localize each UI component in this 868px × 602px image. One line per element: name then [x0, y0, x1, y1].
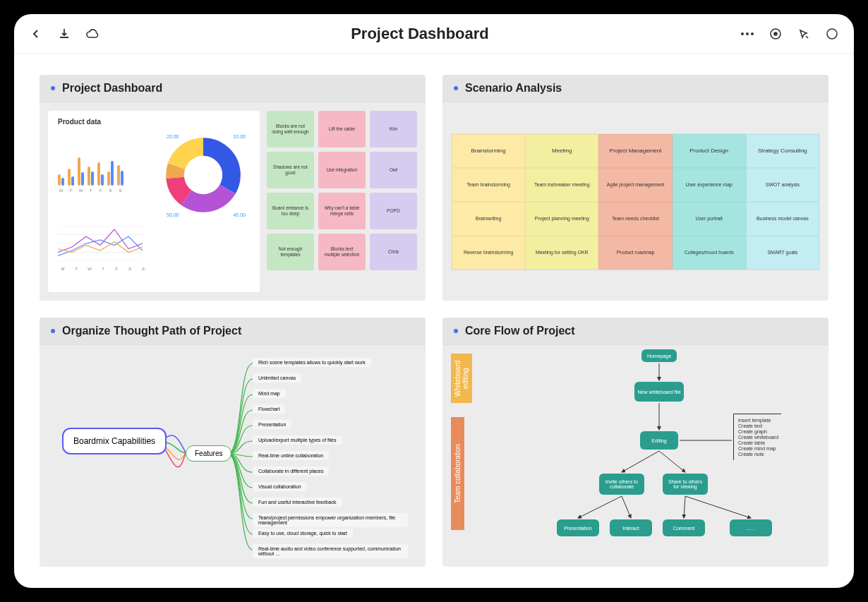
panel-title: Organize Thought Path of Project — [62, 325, 241, 337]
sticky-note[interactable]: Shadows are not good — [267, 152, 314, 188]
scenario-cell[interactable]: Brainwriting — [452, 202, 525, 236]
mindmap-leaf[interactable]: Flowchart — [253, 404, 285, 414]
more-icon[interactable] — [740, 26, 755, 42]
flow-node[interactable]: …… — [730, 519, 772, 536]
sticky-note[interactable]: Blocks are not doing well enough — [267, 111, 314, 148]
scenario-header[interactable]: Product Design — [673, 134, 746, 168]
donut-chart: 20.00 10.00 50.00 40.00 — [161, 133, 246, 217]
mindmap-leaf[interactable]: Fun and useful interactive feedback — [253, 498, 342, 507]
panel-flow[interactable]: Core Flow of Project Whiteboard editing … — [442, 318, 828, 567]
mindmap-leaf[interactable]: Real-time online collaboration — [253, 451, 329, 460]
mindmap-leaf[interactable]: Real-time audio and video conference sup… — [253, 544, 408, 558]
lane-label-2: Team collaboration — [451, 417, 464, 530]
svg-point-5 — [827, 29, 837, 39]
panel-title: Project Dashboard — [62, 82, 162, 95]
scenario-cell[interactable]: Team needs checklist — [598, 202, 672, 236]
sticky-note[interactable]: Kim — [370, 111, 417, 148]
scenario-header[interactable]: Strategy Consulting — [746, 134, 819, 168]
cursor-click-icon[interactable] — [796, 26, 812, 42]
scenario-cell[interactable]: Colleges/mood boards — [673, 236, 746, 270]
panel-mindmap[interactable]: Organize Thought Path of Project Boardmi… — [40, 318, 426, 567]
sticky-note[interactable]: Why can't a table merge cells — [318, 193, 366, 229]
sticky-note[interactable]: Chris — [370, 234, 417, 270]
donut-bl: 50.00 — [167, 212, 179, 217]
app-window: Project Dashboard Project Dashboard — [14, 14, 854, 588]
panel-title: Core Flow of Project — [465, 325, 575, 337]
scenario-cell[interactable]: User experience map — [673, 168, 746, 202]
flow-list-item: Create text — [738, 423, 778, 428]
scenario-cell[interactable]: Meeting for setting OKR — [525, 236, 598, 270]
chat-icon[interactable] — [824, 26, 840, 42]
product-data-label: Product data — [58, 118, 250, 126]
sticky-note[interactable]: Use integration — [318, 152, 366, 188]
sticky-note[interactable]: Board entrance is too deep — [267, 193, 314, 229]
svg-line-25 — [684, 496, 685, 518]
svg-line-21 — [622, 451, 659, 472]
scenario-cell[interactable]: User portrait — [673, 202, 746, 236]
flow-node[interactable]: Invite others to collaborate — [599, 474, 644, 495]
svg-point-0 — [741, 32, 744, 35]
sticky-note[interactable]: Blocks text multiple selection — [318, 234, 366, 270]
mindmap-hub[interactable]: Features — [186, 445, 231, 462]
record-icon[interactable] — [768, 26, 783, 42]
download-icon[interactable] — [56, 26, 72, 42]
flow-node[interactable]: Presentation — [557, 519, 599, 536]
scenario-cell[interactable]: Business model canvas — [746, 202, 819, 236]
svg-line-22 — [659, 451, 685, 472]
sticky-note[interactable]: Owl — [370, 152, 417, 188]
scenario-cell[interactable]: Product roadmap — [598, 236, 672, 270]
mindmap-leaf[interactable]: Easy to use, cloud storage, quick to sta… — [253, 529, 353, 538]
bar-chart: MTWTFSS — [58, 157, 154, 193]
panel-header: Project Dashboard — [40, 75, 426, 102]
flow-node[interactable]: Editing — [640, 431, 678, 450]
scenario-header[interactable]: Brainstorming — [452, 134, 525, 168]
mindmap-leaf[interactable]: Visual collaboration — [253, 482, 307, 491]
scenario-header[interactable]: Meeting — [525, 134, 598, 168]
flow-node[interactable]: Homepage — [641, 349, 677, 362]
donut-br: 40.00 — [233, 212, 246, 217]
sticky-note[interactable]: Lift the cable — [318, 111, 366, 148]
scenario-cell[interactable]: SMART goals — [746, 236, 819, 270]
panel-scenario[interactable]: Scenario Analysis BrainstormingMeetingPr… — [442, 75, 828, 301]
flow-list-item: Create graph — [738, 429, 778, 434]
scenario-cell[interactable]: Team icebreaker meeting — [525, 168, 598, 202]
flowchart-canvas[interactable]: Whiteboard editing Team collaboration Ho… — [451, 354, 820, 558]
mindmap-leaf[interactable]: Mind map — [253, 389, 286, 398]
mindmap-leaf[interactable]: Presentation — [253, 420, 291, 429]
scenario-cell[interactable]: Reverse brainstorming — [452, 236, 525, 270]
flow-node[interactable]: Comment — [663, 519, 705, 536]
scenario-header[interactable]: Project Management — [598, 134, 672, 168]
svg-line-26 — [685, 496, 751, 518]
flow-node[interactable]: Interact — [610, 519, 652, 536]
mindmap-leaf[interactable]: Upload/export multiple types of files — [253, 435, 342, 445]
back-icon[interactable] — [28, 26, 44, 42]
titlebar: Project Dashboard — [14, 14, 854, 54]
donut-tl: 20.00 — [167, 134, 179, 139]
mindmap-leaf[interactable]: Team/project permissions empower organiz… — [253, 513, 408, 527]
flow-node[interactable]: Share to others for viewing — [663, 474, 708, 495]
sticky-note[interactable]: Not enough templates — [267, 234, 314, 270]
svg-point-2 — [751, 32, 754, 35]
panel-dashboard[interactable]: Project Dashboard Product data MTWTFSS — [40, 75, 426, 301]
flow-list-item: Create whiteboard — [738, 435, 778, 440]
donut-tr: 10.00 — [233, 134, 246, 139]
scenario-cell[interactable]: Project planning meeting — [525, 202, 598, 236]
flow-list-item: Create note — [738, 452, 778, 457]
lane-label-1: Whiteboard editing — [451, 354, 472, 403]
svg-line-23 — [578, 496, 622, 518]
product-data-card: Product data MTWTFSS 20.00 10 — [48, 111, 260, 292]
sticky-note[interactable]: POPO — [370, 193, 417, 229]
cloud-icon[interactable] — [85, 26, 100, 42]
svg-point-1 — [746, 32, 749, 35]
mindmap-leaf[interactable]: Unlimited canvas — [253, 373, 301, 383]
scenario-cell[interactable]: Agile project management — [598, 168, 672, 202]
mindmap-leaf[interactable]: Collaborate in different places — [253, 466, 329, 476]
flow-node[interactable]: New whiteboard file — [634, 382, 684, 402]
bullet-icon — [51, 86, 55, 90]
scenario-cell[interactable]: SWOT analysis — [746, 168, 819, 202]
mindmap-leaf[interactable]: Rich scene templates allows to quickly s… — [253, 358, 371, 367]
mindmap-canvas[interactable]: Boardmix Capabilities Features Rich scen… — [48, 354, 417, 558]
flow-list-item: Create mind map — [738, 446, 778, 451]
scenario-cell[interactable]: Team brainstorming — [452, 168, 525, 202]
mindmap-root[interactable]: Boardmix Capabilities — [62, 428, 167, 454]
